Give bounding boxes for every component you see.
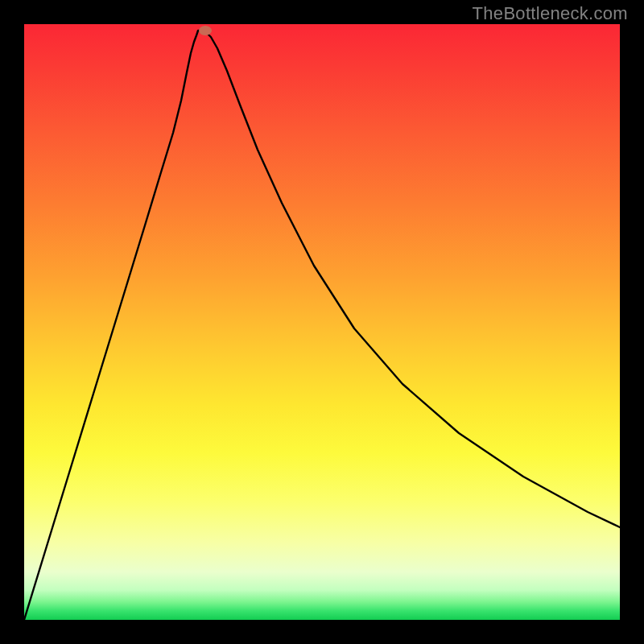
curve-path (24, 31, 620, 620)
watermark-text: TheBottleneck.com (473, 3, 628, 24)
chart-frame: TheBottleneck.com (0, 0, 644, 644)
bottleneck-curve (24, 24, 620, 620)
bottleneck-marker (199, 26, 212, 35)
plot-area (24, 24, 620, 620)
